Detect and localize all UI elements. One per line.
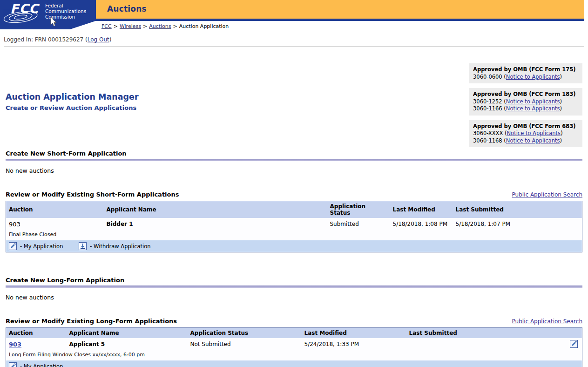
- edit-icon: [9, 242, 17, 250]
- omb-row: 3060-XXXX (Notice to Applicants): [473, 130, 579, 137]
- short-form-applications-table: Auction Applicant Name Application Statu…: [6, 201, 582, 252]
- section-create-short-form: Create New Short-Form Application No new…: [6, 150, 582, 174]
- notice-to-applicants-link[interactable]: Notice to Applicants: [506, 98, 560, 105]
- legend-row: - My Application: [6, 360, 582, 367]
- legend-label: - My Application: [20, 363, 63, 367]
- notice-to-applicants-link[interactable]: Notice to Applicants: [506, 74, 560, 80]
- auction-number-link[interactable]: 903: [9, 341, 21, 348]
- omb-number: 3060-1252 (: [473, 98, 506, 105]
- page-title: Auction Application Manager: [6, 92, 139, 102]
- last-modified-cell: 5/18/2018, 1:08 PM: [390, 218, 453, 240]
- mouse-cursor-icon: [49, 17, 58, 27]
- public-application-search-link[interactable]: Public Application Search: [512, 191, 582, 198]
- no-new-auctions-text: No new auctions: [6, 294, 582, 301]
- omb-box-title: Approved by OMB (FCC Form 683): [473, 123, 579, 130]
- notice-to-applicants-link[interactable]: Notice to Applicants: [506, 137, 560, 144]
- main-content: Auction Application Manager Create or Re…: [0, 47, 588, 367]
- column-header-last-modified: Last Modified: [390, 201, 453, 218]
- fcc-logo-name-line-2: Communications: [45, 8, 86, 14]
- omb-row: 3060-0600 (Notice to Applicants): [473, 74, 579, 81]
- column-header-application-status: Application Status: [188, 328, 302, 339]
- fcc-logo-name-line-1: Federal: [45, 3, 63, 8]
- omb-box-title: Approved by OMB (FCC Form 183): [473, 91, 579, 98]
- omb-suffix: ): [561, 130, 563, 136]
- notice-to-applicants-link[interactable]: Notice to Applicants: [507, 130, 561, 136]
- page-subtitle: Create or Review Auction Applications: [6, 104, 139, 111]
- section-title: Create New Long-Form Application: [6, 277, 582, 284]
- breadcrumb-separator: >: [114, 23, 118, 29]
- long-form-applications-table: Auction Applicant Name Application Statu…: [6, 327, 582, 367]
- omb-box-form-183: Approved by OMB (FCC Form 183) 3060-1252…: [469, 88, 582, 116]
- omb-number: 3060-1166 (: [473, 105, 506, 112]
- section-review-short-form: Review or Modify Existing Short-Form App…: [6, 191, 582, 252]
- column-header-application-status: Application Status: [327, 201, 390, 218]
- auction-cell: 903 Long Form Filing Window Closes xx/xx…: [6, 338, 67, 360]
- omb-row: 3060-1252 (Notice to Applicants): [473, 98, 579, 106]
- legend-my-application: - My Application: [9, 362, 63, 367]
- column-header-applicant-name: Applicant Name: [104, 201, 327, 218]
- table-row: 903 Long Form Filing Window Closes xx/xx…: [6, 338, 582, 360]
- legend-cell: - My Application - Withdraw Application: [6, 240, 582, 252]
- page-headings: Auction Application Manager Create or Re…: [6, 92, 139, 111]
- hero-section: Auction Application Manager Create or Re…: [6, 47, 582, 145]
- top-header: Auctions FCC>Wireless>Auctions>Auction A…: [0, 0, 588, 31]
- logged-in-text: Logged In: FRN 0001529627 (: [4, 36, 88, 43]
- fcc-logo-text: FCC: [10, 1, 39, 16]
- omb-number: 3060-0600 (: [473, 74, 506, 80]
- logout-link[interactable]: Log Out: [88, 36, 109, 43]
- filing-window-note: Long Form Filing Window Closes xx/xx/xxx…: [9, 352, 64, 358]
- omb-number: 3060-1168 (: [473, 137, 506, 144]
- section-divider-bar: [6, 285, 582, 288]
- omb-row: 3060-1166 (Notice to Applicants): [473, 105, 579, 113]
- last-modified-cell: 5/24/2018, 1:33 PM: [302, 338, 406, 360]
- omb-row: 3060-1168 (Notice to Applicants): [473, 137, 579, 145]
- edit-application-button[interactable]: [570, 340, 578, 348]
- omb-box-form-175: Approved by OMB (FCC Form 175) 3060-0600…: [469, 63, 582, 83]
- omb-box-form-683: Approved by OMB (FCC Form 683) 3060-XXXX…: [469, 120, 582, 148]
- section-review-long-form: Review or Modify Existing Long-Form Appl…: [6, 318, 582, 367]
- legend-my-application: - My Application: [9, 242, 63, 250]
- legend-withdraw-application: - Withdraw Application: [79, 242, 150, 250]
- withdraw-icon: [79, 242, 87, 250]
- last-submitted-cell: 5/18/2018, 1:07 PM: [453, 218, 582, 240]
- breadcrumb-link-auctions[interactable]: Auctions: [149, 23, 171, 29]
- breadcrumb-separator: >: [143, 23, 147, 29]
- auction-cell: 903 Final Phase Closed: [6, 218, 104, 240]
- last-submitted-cell: [406, 338, 582, 360]
- column-header-auction: Auction: [6, 201, 104, 218]
- legend-label: - My Application: [20, 243, 63, 250]
- applicant-name-cell: Bidder 1: [104, 218, 327, 240]
- omb-box-title: Approved by OMB (FCC Form 175): [473, 66, 579, 74]
- omb-number: 3060-XXXX (: [473, 130, 507, 136]
- column-header-last-submitted: Last Submitted: [406, 328, 582, 339]
- auction-number: 903: [9, 221, 101, 228]
- section-create-long-form: Create New Long-Form Application No new …: [6, 277, 582, 301]
- app-title: Auctions: [107, 4, 147, 14]
- breadcrumb-link-wireless[interactable]: Wireless: [120, 23, 141, 29]
- section-title: Review or Modify Existing Long-Form Appl…: [6, 318, 177, 325]
- application-status-cell: Submitted: [327, 218, 390, 240]
- breadcrumb-link-fcc[interactable]: FCC: [101, 23, 112, 29]
- edit-icon[interactable]: [570, 340, 578, 348]
- table-header-row: Auction Applicant Name Application Statu…: [6, 328, 582, 339]
- omb-boxes: Approved by OMB (FCC Form 175) 3060-0600…: [469, 63, 582, 152]
- table-header-row: Auction Applicant Name Application Statu…: [6, 201, 582, 218]
- omb-suffix: ): [560, 74, 562, 80]
- auction-phase-note: Final Phase Closed: [9, 231, 101, 238]
- no-new-auctions-text: No new auctions: [6, 167, 582, 174]
- legend-row: - My Application - Withdraw Application: [6, 240, 582, 252]
- omb-suffix: ): [560, 105, 562, 112]
- breadcrumb-separator: >: [173, 23, 177, 29]
- public-application-search-link[interactable]: Public Application Search: [512, 318, 582, 325]
- column-header-auction: Auction: [6, 328, 67, 339]
- notice-to-applicants-link[interactable]: Notice to Applicants: [506, 105, 560, 112]
- legend-label: - Withdraw Application: [90, 243, 150, 250]
- login-bar: Logged In: FRN 0001529627 (Log Out): [4, 36, 582, 43]
- column-header-last-modified: Last Modified: [302, 328, 406, 339]
- column-header-last-submitted: Last Submitted: [453, 201, 582, 218]
- column-header-applicant-name: Applicant Name: [67, 328, 188, 339]
- fcc-logo[interactable]: FCC Federal Communications Commission: [0, 0, 96, 29]
- edit-icon: [9, 362, 17, 367]
- section-divider-bar: [6, 159, 582, 161]
- omb-suffix: ): [560, 98, 562, 105]
